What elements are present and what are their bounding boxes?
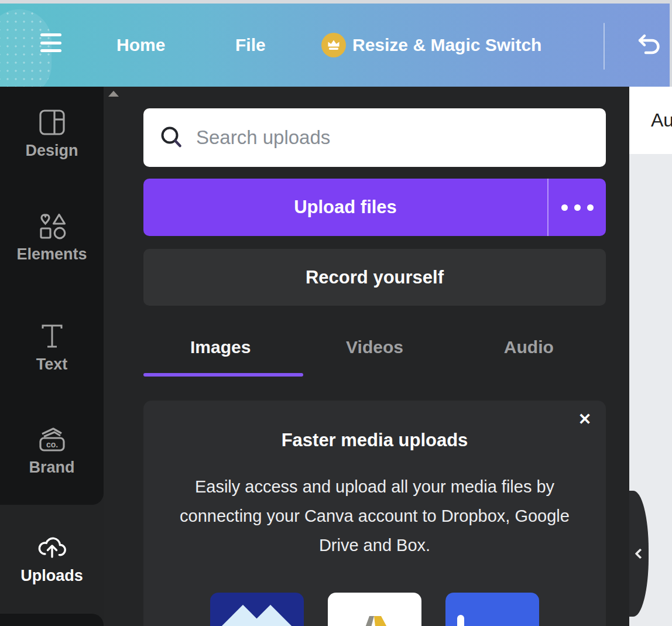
sidebar-item-design[interactable]: Design (0, 108, 104, 173)
upload-files-button[interactable]: Upload files (143, 179, 606, 236)
media-tabs: Images Videos Audio (143, 331, 606, 363)
tab-audio[interactable]: Audio (452, 331, 606, 363)
nav-file[interactable]: File (235, 4, 266, 87)
sidebar-item-label: Design (25, 142, 78, 160)
header-divider (604, 23, 605, 70)
sidebar-rail: Design Elements Text (0, 87, 104, 626)
promo-body-line: Drive and Box. (143, 531, 606, 560)
text-icon (38, 322, 66, 350)
nav-home[interactable]: Home (116, 4, 165, 87)
box-icon (445, 593, 539, 626)
record-yourself-label: Record yourself (306, 267, 444, 288)
sidebar-item-label: Elements (16, 245, 87, 264)
sidebar-background-bottom (0, 614, 104, 626)
active-tab-indicator (143, 373, 303, 377)
close-icon[interactable]: ✕ (574, 409, 595, 430)
upload-files-label[interactable]: Upload files (143, 179, 547, 236)
nav-home-label: Home (116, 35, 165, 55)
ellipsis-icon[interactable] (548, 179, 606, 236)
chevron-left-icon (635, 548, 645, 559)
faster-uploads-promo-card: ✕ Faster media uploads Easily access and… (143, 401, 606, 626)
sidebar-item-elements[interactable]: Elements (0, 212, 104, 276)
tab-audio-label: Audio (504, 337, 554, 357)
sidebar-item-uploads[interactable]: Uploads (0, 532, 104, 597)
tab-images[interactable]: Images (143, 331, 297, 363)
crown-icon (321, 33, 346, 57)
nav-resize-label: Resize & Magic Switch (352, 35, 541, 55)
brand-icon: co. (37, 425, 67, 453)
svg-text:co.: co. (46, 440, 57, 449)
design-icon (38, 108, 66, 136)
google-drive-icon (328, 593, 421, 626)
menu-icon[interactable] (40, 32, 61, 53)
search-box (143, 108, 606, 167)
canvas-toolbar: Au (629, 87, 672, 154)
header-decoration (0, 9, 52, 97)
uploads-cloud-icon (37, 532, 67, 562)
promo-body-line: Easily access and upload all your media … (143, 472, 606, 501)
scroll-up-arrow-icon[interactable] (108, 91, 119, 97)
editor-header: Home File Resize & Magic Switch (0, 4, 672, 87)
search-input[interactable] (196, 126, 591, 149)
design-canvas-area: Au (629, 87, 672, 626)
nav-file-label: File (235, 35, 266, 55)
promo-card-body: Easily access and upload all your media … (143, 472, 606, 560)
sidebar-item-text[interactable]: Text (0, 322, 104, 386)
search-icon (159, 125, 184, 150)
uploads-panel: Upload files Record yourself Images Vide… (104, 87, 629, 626)
canva-editor: Home File Resize & Magic Switch (0, 0, 672, 626)
toolbar-partial-text: Au (651, 110, 672, 131)
tab-images-label: Images (190, 337, 251, 357)
sidebar-item-label: Brand (29, 459, 74, 477)
window-right-edge (670, 0, 672, 87)
sidebar-item-label: Uploads (20, 567, 83, 585)
elements-icon (37, 212, 67, 240)
nav-resize-magic-switch[interactable]: Resize & Magic Switch (321, 4, 541, 87)
sidebar-item-brand[interactable]: co. Brand (0, 425, 104, 490)
dropbox-icon (210, 593, 304, 626)
undo-icon[interactable] (633, 30, 663, 60)
panel-collapse-button[interactable] (629, 491, 649, 617)
record-yourself-button[interactable]: Record yourself (143, 249, 606, 306)
tab-videos[interactable]: Videos (297, 331, 451, 363)
tab-videos-label: Videos (346, 337, 403, 357)
promo-card-title: Faster media uploads (143, 430, 606, 451)
connected-apps-row (143, 593, 606, 626)
sidebar-item-label: Text (36, 355, 68, 374)
promo-body-line: connecting your Canva account to Dropbox… (143, 501, 606, 531)
